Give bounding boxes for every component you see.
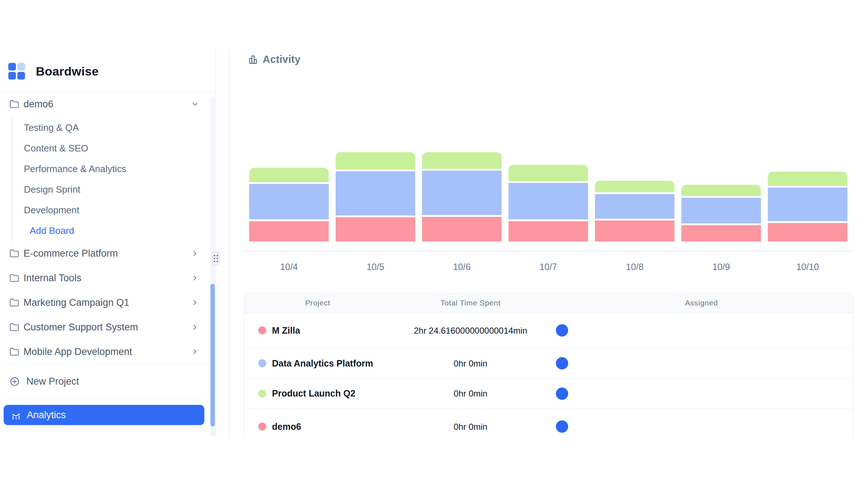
bar-segment-blue [595,194,675,219]
table-header: ProjectTotal Time SpentAssigned [244,293,853,313]
x-axis-tick-label: 10/10 [768,262,847,272]
chevron-right-icon[interactable] [191,323,199,331]
folder-icon [9,298,19,308]
sidebar-item-label: Mobile App Development [24,346,191,358]
bar-segment-blue [681,198,761,223]
panel-divider [229,50,230,437]
logo-row: Boardwise [0,50,216,93]
analytics-chart-icon [11,410,21,420]
bar-segment-blue [509,183,588,219]
bar-segment-blue [249,184,329,219]
divider [4,398,206,399]
folder-icon [9,249,19,258]
project-cell: Product Launch Q2 [244,388,391,399]
project-color-dot [258,359,266,367]
project-color-dot [258,390,266,398]
folder-icon [9,322,19,332]
sidebar-board-item[interactable]: Design Sprint [12,179,216,200]
bar-segment-blue [422,171,502,215]
chevron-right-icon[interactable] [191,348,199,356]
chart-bar-10-10 [768,172,847,241]
screenshot-canvas: Boardwise demo6 Testing & QAContent & SE… [0,0,868,488]
time-cell: 0hr 0min [391,358,550,369]
bar-segment-blue [768,188,847,221]
sidebar-board-item[interactable]: Performance & Analytics [12,159,216,179]
chart-bar-10-4 [249,168,329,241]
assignee-avatar [556,357,568,369]
bar-segment-green [595,181,675,192]
bar-segment-red [768,223,847,241]
chart-bar-10-8 [595,181,675,241]
project-name: M Zilla [272,325,300,336]
boardwise-logo-icon [8,63,25,80]
assigned-cell [550,324,853,337]
time-value: 0hr 0min [413,421,528,432]
column-header-project: Project [244,299,391,307]
sidebar-resize-handle[interactable] [212,252,220,265]
x-axis-tick-label: 10/4 [249,262,329,272]
circle-plus-icon [9,376,20,387]
bar-segment-green [422,152,502,169]
bar-segment-green [509,165,588,181]
table-row: demo60hr 0min [244,409,853,437]
sidebar-item-project[interactable]: Mobile App Development [0,339,216,364]
project-cell: M Zilla [244,325,391,336]
chart-bar-10-7 [509,165,588,241]
folder-icon [9,347,19,357]
project-color-dot [258,326,266,334]
table-body: M Zilla2hr 24.616000000000014minData Ana… [244,313,853,437]
sidebar-item-label: demo6 [24,99,191,110]
project-color-dot [258,423,266,431]
bar-segment-green [249,168,329,182]
analytics-label: Analytics [27,410,66,421]
project-list: E-commerce PlatformInternal ToolsMarketi… [0,241,216,364]
sidebar-board-item[interactable]: Content & SEO [12,138,216,159]
bar-chart-icon [248,55,258,65]
project-name: Product Launch Q2 [272,388,356,399]
sidebar-board-item[interactable]: Testing & QA [12,117,216,138]
column-header-assigned: Assigned [550,299,853,307]
sidebar-board-item[interactable]: Development [12,200,216,221]
app-window: Boardwise demo6 Testing & QAContent & SE… [0,50,868,437]
project-name: Data Analytics Platform [272,358,373,369]
new-project-label: New Project [26,376,79,387]
bar-segment-red [249,221,329,241]
chevron-right-icon[interactable] [191,274,199,282]
assigned-cell [550,420,853,433]
folder-icon [9,273,19,283]
sidebar-scrollbar-thumb[interactable] [210,284,215,427]
bar-segment-red [509,221,588,241]
time-cell: 0hr 0min [391,388,550,399]
chevron-right-icon[interactable] [191,249,199,257]
sidebar-item-label: Marketing Campaign Q1 [24,297,191,308]
chevron-down-icon[interactable] [191,100,199,108]
chart-bar-10-5 [336,152,415,241]
bar-segment-green [336,152,415,170]
column-header-total-time-spent: Total Time Spent [391,299,550,307]
chevron-right-icon[interactable] [191,299,199,307]
divider [0,93,216,93]
sidebar-item-label: Internal Tools [24,273,191,284]
project-cell: demo6 [244,421,391,432]
x-axis-labels: 10/410/510/610/710/810/910/10 [249,262,847,272]
analytics-button[interactable]: Analytics [4,405,204,425]
sidebar-item-project[interactable]: E-commerce Platform [0,241,216,266]
add-board-button[interactable]: Add Board [12,221,216,241]
sidebar-item-project[interactable]: Internal Tools [0,266,216,290]
time-value: 2hr 24.616000000000014min [413,325,528,336]
bar-segment-blue [336,171,415,215]
sidebar-item-demo6[interactable]: demo6 [0,94,216,115]
bar-segment-red [422,217,502,241]
assignee-avatar [556,420,568,433]
activity-stacked-bar-chart [249,151,847,241]
bar-segment-green [768,172,847,186]
x-axis-tick-label: 10/6 [422,262,502,272]
new-project-button[interactable]: New Project [0,364,216,398]
x-axis-tick-label: 10/5 [336,262,415,272]
time-cell: 2hr 24.616000000000014min [391,325,550,336]
time-value: 0hr 0min [413,388,528,399]
bar-segment-green [681,185,761,196]
project-name: demo6 [272,421,301,432]
sidebar-item-project[interactable]: Customer Support System [0,315,216,339]
sidebar-item-project[interactable]: Marketing Campaign Q1 [0,290,216,315]
